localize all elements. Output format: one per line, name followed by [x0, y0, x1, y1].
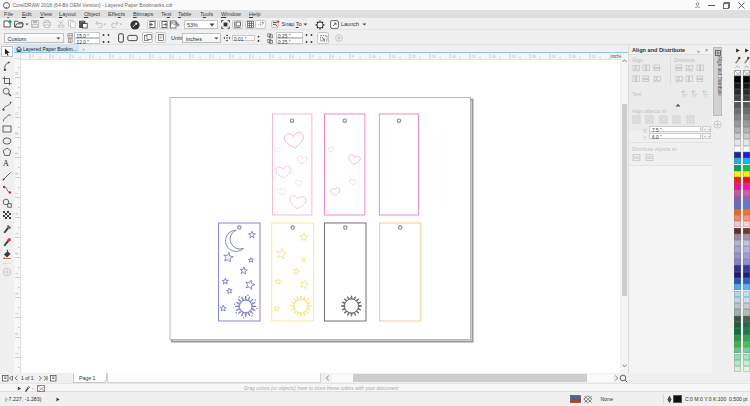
svg-text:14: 14	[452, 54, 456, 58]
svg-text:4: 4	[252, 54, 254, 58]
svg-text:8: 8	[15, 173, 19, 175]
svg-text:2: 2	[212, 54, 214, 58]
svg-text:7: 7	[32, 54, 34, 58]
svg-text:10: 10	[372, 54, 376, 58]
svg-text:10: 10	[15, 132, 19, 136]
svg-text:9: 9	[352, 54, 354, 58]
svg-text:19: 19	[552, 54, 556, 58]
svg-text:21: 21	[592, 54, 596, 58]
svg-text:4: 4	[92, 54, 94, 58]
svg-text:5: 5	[272, 54, 274, 58]
svg-text:A↕: A↕	[681, 89, 686, 94]
svg-text:4: 4	[15, 253, 19, 255]
svg-text:12: 12	[15, 92, 19, 96]
svg-text:5: 5	[72, 54, 74, 58]
svg-text:0: 0	[15, 333, 19, 335]
svg-text:20: 20	[572, 54, 576, 58]
svg-text:A↕: A↕	[692, 89, 697, 94]
svg-text:12: 12	[412, 54, 416, 58]
svg-text:A↕: A↕	[702, 89, 707, 94]
svg-text:6: 6	[15, 213, 19, 215]
svg-text:0: 0	[172, 54, 174, 58]
svg-text:6: 6	[292, 54, 294, 58]
svg-text:1: 1	[15, 353, 19, 355]
svg-text:1: 1	[152, 54, 154, 58]
svg-text:13: 13	[15, 72, 19, 76]
svg-text:1: 1	[192, 54, 194, 58]
svg-text:13: 13	[432, 54, 436, 58]
svg-text:18: 18	[532, 54, 536, 58]
svg-text:3: 3	[112, 54, 114, 58]
svg-text:7: 7	[15, 193, 19, 195]
svg-text:2: 2	[15, 293, 19, 295]
svg-text:11: 11	[15, 112, 19, 116]
svg-text:7: 7	[312, 54, 314, 58]
svg-text:15: 15	[472, 54, 476, 58]
svg-text:2: 2	[132, 54, 134, 58]
svg-text:11: 11	[392, 54, 396, 58]
svg-text:3: 3	[15, 273, 19, 275]
svg-text:3: 3	[232, 54, 234, 58]
svg-text:17: 17	[512, 54, 516, 58]
svg-text:1: 1	[15, 313, 19, 315]
svg-text:1 of 1: 1 of 1	[21, 375, 34, 381]
svg-text:16: 16	[492, 54, 496, 58]
svg-text:6: 6	[52, 54, 54, 58]
svg-text:8: 8	[332, 54, 334, 58]
svg-text:5: 5	[15, 233, 19, 235]
svg-text:9: 9	[15, 153, 19, 155]
